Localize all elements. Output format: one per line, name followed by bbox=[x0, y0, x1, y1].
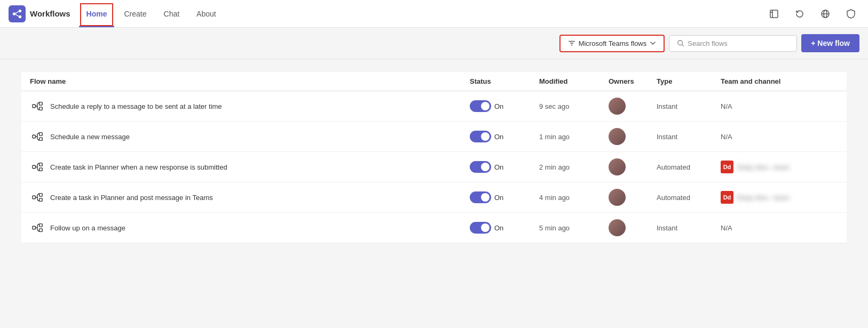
status-toggle[interactable] bbox=[470, 191, 491, 203]
tab-about[interactable]: About bbox=[189, 0, 224, 27]
col-team-channel: Team and channel bbox=[721, 77, 838, 85]
owner-cell bbox=[609, 98, 657, 115]
svg-rect-17 bbox=[40, 163, 43, 166]
team-channel-text: N/A bbox=[721, 224, 732, 232]
flow-icon bbox=[30, 159, 45, 174]
tab-chat[interactable]: Chat bbox=[156, 0, 187, 27]
col-owners: Owners bbox=[609, 77, 657, 85]
svg-rect-18 bbox=[40, 168, 43, 171]
status-cell: On bbox=[470, 161, 539, 173]
flow-name: Create a task in Planner and post messag… bbox=[50, 194, 213, 202]
svg-rect-15 bbox=[40, 138, 43, 141]
flow-icon bbox=[30, 99, 45, 114]
table-row[interactable]: Create task in Planner when a new respon… bbox=[21, 152, 847, 182]
expand-icon[interactable] bbox=[766, 5, 783, 22]
team-channel-text: N/A bbox=[721, 133, 732, 141]
status-cell: On bbox=[470, 222, 539, 234]
modified-cell: 5 min ago bbox=[539, 224, 609, 232]
flow-name: Schedule a new message bbox=[50, 133, 130, 141]
table-row[interactable]: Create a task in Planner and post messag… bbox=[21, 182, 847, 213]
team-badge: Dd bbox=[721, 191, 733, 204]
col-type: Type bbox=[657, 77, 721, 85]
search-box[interactable]: Search flows bbox=[669, 35, 797, 52]
tab-home[interactable]: Home bbox=[79, 0, 115, 27]
table-row[interactable]: Schedule a reply to a message to be sent… bbox=[21, 91, 847, 122]
flow-name: Schedule a reply to a message to be sent… bbox=[50, 102, 222, 110]
flow-icon bbox=[30, 129, 45, 144]
team-channel-cell: N/A bbox=[721, 133, 838, 141]
main-content: Flow name Status Modified Owners Type Te… bbox=[0, 59, 868, 328]
status-toggle[interactable] bbox=[470, 161, 491, 173]
svg-rect-23 bbox=[40, 224, 43, 227]
avatar bbox=[609, 189, 626, 206]
flows-table: Flow name Status Modified Owners Type Te… bbox=[21, 72, 847, 243]
col-modified: Modified bbox=[539, 77, 609, 85]
modified-cell: 4 min ago bbox=[539, 194, 609, 202]
status-cell: On bbox=[470, 131, 539, 142]
flow-name-cell: Create task in Planner when a new respon… bbox=[30, 159, 470, 174]
app-title: Workflows bbox=[30, 9, 70, 18]
owner-cell bbox=[609, 158, 657, 175]
type-cell: Instant bbox=[657, 102, 721, 110]
sub-bar: Microsoft Teams flows Search flows + New… bbox=[0, 28, 868, 59]
owner-cell bbox=[609, 189, 657, 206]
filter-button[interactable]: Microsoft Teams flows bbox=[559, 35, 665, 52]
svg-rect-20 bbox=[40, 194, 43, 197]
tab-home-underline bbox=[86, 26, 107, 27]
top-nav: Workflows Home Create Chat About bbox=[0, 0, 868, 28]
type-cell: Automated bbox=[657, 194, 721, 202]
chevron-down-icon bbox=[650, 40, 656, 46]
modified-cell: 1 min ago bbox=[539, 133, 609, 141]
status-toggle[interactable] bbox=[470, 100, 491, 112]
status-label: On bbox=[494, 224, 503, 232]
avatar bbox=[609, 158, 626, 175]
svg-point-0 bbox=[13, 12, 15, 15]
new-flow-button[interactable]: + New flow bbox=[801, 34, 859, 52]
svg-rect-16 bbox=[33, 165, 36, 169]
svg-rect-14 bbox=[40, 133, 43, 136]
svg-line-3 bbox=[15, 11, 18, 13]
nav-logo: Workflows bbox=[9, 5, 70, 22]
type-cell: Automated bbox=[657, 163, 721, 171]
table-row[interactable]: Schedule a new message On 1 min ago Inst… bbox=[21, 122, 847, 152]
table-row[interactable]: Follow up on a message On 5 min ago Inst… bbox=[21, 213, 847, 243]
svg-rect-13 bbox=[33, 135, 36, 138]
avatar bbox=[609, 128, 626, 145]
status-label: On bbox=[494, 194, 503, 202]
status-cell: On bbox=[470, 100, 539, 112]
svg-rect-10 bbox=[33, 105, 36, 108]
filter-icon bbox=[568, 39, 575, 47]
top-nav-right bbox=[766, 5, 859, 22]
status-label: On bbox=[494, 102, 503, 110]
owner-cell bbox=[609, 128, 657, 145]
team-channel-cell: N/A bbox=[721, 102, 838, 110]
flow-name-cell: Follow up on a message bbox=[30, 220, 470, 235]
search-icon bbox=[677, 39, 684, 47]
search-placeholder: Search flows bbox=[688, 39, 727, 47]
flow-icon bbox=[30, 220, 45, 235]
globe-icon[interactable] bbox=[817, 5, 834, 22]
shield-icon[interactable] bbox=[842, 5, 859, 22]
status-toggle[interactable] bbox=[470, 131, 491, 142]
tab-create[interactable]: Create bbox=[116, 0, 154, 27]
table-header: Flow name Status Modified Owners Type Te… bbox=[21, 72, 847, 91]
svg-point-2 bbox=[19, 15, 21, 18]
workflows-logo-icon bbox=[9, 5, 26, 22]
status-label: On bbox=[494, 133, 503, 141]
svg-rect-5 bbox=[770, 10, 778, 18]
team-channel-text: N/A bbox=[721, 102, 732, 110]
nav-tabs: Home Create Chat About bbox=[79, 0, 224, 27]
filter-label: Microsoft Teams flows bbox=[579, 39, 647, 47]
refresh-icon[interactable] bbox=[791, 5, 808, 22]
team-channel-cell: Dd Deep dive › team bbox=[721, 191, 838, 204]
team-channel-text: Deep dive › team bbox=[737, 163, 790, 171]
svg-rect-19 bbox=[33, 196, 36, 199]
col-flow-name: Flow name bbox=[30, 77, 470, 85]
avatar bbox=[609, 219, 626, 236]
owner-cell bbox=[609, 219, 657, 236]
svg-line-4 bbox=[15, 14, 18, 16]
svg-rect-12 bbox=[40, 107, 43, 110]
team-channel-cell: Dd Deep dive › team bbox=[721, 161, 838, 173]
type-cell: Instant bbox=[657, 133, 721, 141]
status-toggle[interactable] bbox=[470, 222, 491, 234]
